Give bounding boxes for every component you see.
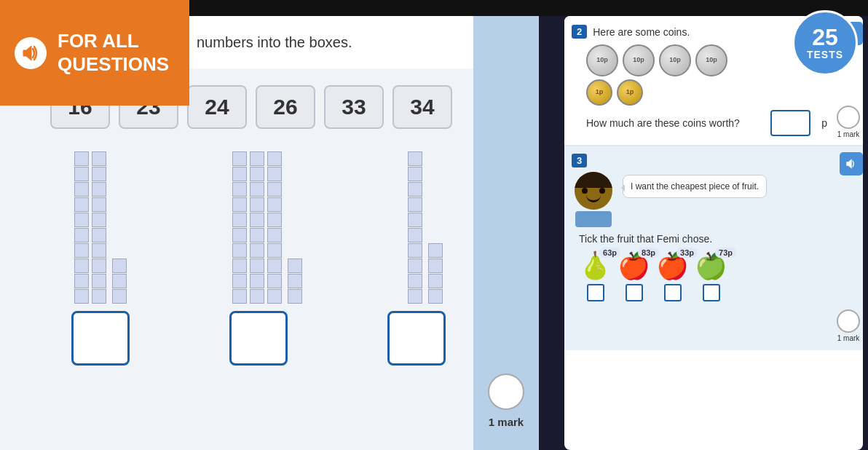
number-tile-2[interactable]: 24 [187,85,247,129]
coin-10p-4: 10p [695,44,727,76]
svg-marker-0 [23,46,31,60]
green-apple-checkbox[interactable] [703,284,720,301]
blocks-area [22,136,495,304]
ten-block-2-2 [250,151,264,304]
fruit-row: 🍐 63p 🍎 83p 🍎 33p [579,250,831,301]
ten-block-1-2 [92,151,106,304]
avatar-shirt [575,211,612,227]
answer-boxes [22,311,495,366]
q3-audio-button[interactable] [840,152,863,175]
q2-question-text: Here are some coins. [593,26,690,38]
coins-row-2: 1p 1p [586,79,831,106]
q2-answer-input[interactable] [770,110,810,136]
mark-circle-left [488,374,524,410]
badge-number: 25 [812,25,838,49]
tens-row-2 [232,151,302,304]
banner-speaker-icon[interactable] [15,37,47,69]
banner-line2: QUESTIONS [58,53,169,75]
tests-badge: 25 TESTS [792,10,858,76]
fruit-item-green-apple: 🍏 73p [695,250,727,301]
q3-mark-circle [837,309,860,333]
speech-text: I want the cheapest piece of fruit. [631,181,759,192]
ten-block-1-1 [74,151,89,304]
coin-10p-2: 10p [623,44,655,76]
green-apple-wrapper: 🍏 73p [695,250,727,281]
fruit-item-apple2: 🍎 33p [656,250,689,301]
speech-bubble: I want the cheapest piece of fruit. [623,175,767,198]
left-mark-strip: 1 mark [473,16,539,450]
ten-block-2-3 [267,151,282,304]
tens-row-1 [74,151,127,304]
q3-content: I want the cheapest piece of fruit. [572,172,831,230]
q2-answer-row: How much are these coins worth? p [572,110,831,136]
orange-banner: FOR ALL QUESTIONS [0,0,189,106]
pear-wrapper: 🍐 63p [579,250,612,281]
ten-block-2-1 [232,151,247,304]
green-apple-price: 73p [715,248,736,258]
avatar-head [575,172,612,210]
banner-text: FOR ALL QUESTIONS [58,30,169,75]
answer-box-1[interactable] [71,311,130,366]
ones-col-3 [428,243,443,304]
coin-10p-3: 10p [659,44,691,76]
block-group-2 [232,151,302,304]
coin-1p-1: 1p [586,79,612,106]
q2-answer-question: How much are these coins worth? [586,117,760,129]
q2-mark-label: 1 mark [837,130,860,139]
badge-label: TESTS [807,49,843,60]
tick-text: Tick the fruit that Femi chose. [579,233,712,245]
number-tile-5[interactable]: 34 [392,85,452,129]
q2-unit-label: p [821,117,827,129]
coin-10p-1: 10p [586,44,618,76]
ten-block-3-1 [408,151,422,304]
ones-col-1 [112,258,127,304]
apple1-checkbox[interactable] [626,284,643,301]
block-group-1 [74,151,127,304]
q3-mark-label: 1 mark [837,334,860,343]
number-tile-4[interactable]: 33 [324,85,384,129]
number-tile-3[interactable]: 26 [256,85,315,129]
q2-number-badge: 2 [572,25,587,39]
svg-marker-3 [846,159,851,168]
banner-line1: FOR ALL [58,30,139,52]
fruit-item-pear: 🍐 63p [579,250,612,301]
ones-col-2 [288,258,302,304]
mark-label-left: 1 mark [489,416,524,428]
right-panel: 2 Here are some coins. 10p 10p 10p 10p 1… [564,16,863,450]
fruit-item-apple1: 🍎 83p [618,250,650,301]
q3-number-badge: 3 [572,154,587,167]
answer-box-2[interactable] [229,311,288,366]
answer-box-3[interactable] [387,311,446,366]
question-3-section: 3 I want the cheapest piec [564,146,863,350]
apple1-wrapper: 🍎 83p [618,250,650,281]
q3-tick-instruction: Tick the fruit that Femi chose. [579,233,831,245]
pear-checkbox[interactable] [587,284,604,301]
instruction-text: numbers into the boxes. [197,34,488,51]
tens-row-3 [408,151,443,304]
q2-mark-circle [837,106,860,129]
apple2-wrapper: 🍎 33p [656,250,689,281]
block-group-3 [408,151,443,304]
coin-1p-2: 1p [617,79,643,106]
apple2-checkbox[interactable] [664,284,682,301]
